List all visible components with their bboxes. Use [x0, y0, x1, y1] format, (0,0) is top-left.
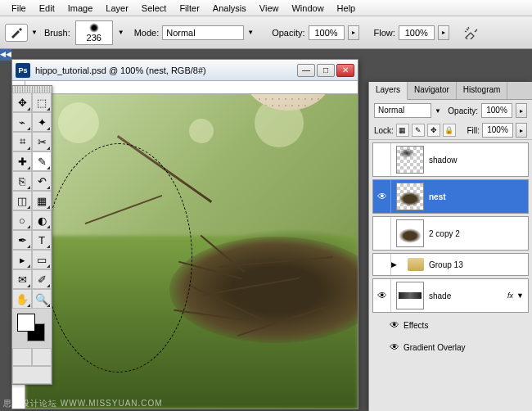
history-brush-tool[interactable]: ↶ — [32, 171, 52, 191]
layer-thumbnail[interactable] — [396, 282, 424, 309]
move-tool[interactable]: ✥ — [12, 93, 32, 112]
menu-file[interactable]: File — [5, 3, 33, 13]
eraser-tool[interactable]: ◫ — [12, 191, 32, 210]
layer-blend-mode-select[interactable]: Normal — [374, 103, 431, 118]
layer-name[interactable]: Group 13 — [429, 260, 528, 269]
menu-layer[interactable]: Layer — [99, 3, 135, 13]
layer-opacity-flyout[interactable]: ▸ — [516, 103, 527, 118]
layer-name[interactable]: shade — [429, 291, 507, 300]
layer-row[interactable]: shadow — [372, 142, 529, 177]
brush-preset-picker[interactable]: 236 — [75, 20, 113, 45]
opacity-input[interactable]: 100% — [309, 25, 345, 40]
layer-group-row[interactable]: ▶ Group 13 — [372, 253, 529, 276]
menu-analysis[interactable]: Analysis — [206, 3, 253, 13]
visibility-toggle[interactable]: 👁 — [385, 337, 404, 357]
document-titlebar[interactable]: Ps hippo_tutorial.psd @ 100% (nest, RGB/… — [12, 60, 358, 81]
type-tool[interactable]: T — [32, 230, 52, 250]
document-window: Ps hippo_tutorial.psd @ 100% (nest, RGB/… — [11, 59, 358, 409]
visibility-toggle[interactable]: 👁 — [373, 279, 391, 312]
menu-bar: File Edit Image Layer Select Filter Anal… — [0, 0, 532, 16]
eyedropper-tool[interactable]: ✐ — [32, 269, 52, 289]
fx-badge[interactable]: fx — [507, 291, 513, 300]
blur-tool[interactable]: ○ — [12, 210, 32, 230]
visibility-toggle[interactable]: 👁 — [385, 315, 404, 335]
marquee-tool[interactable]: ⬚ — [32, 93, 52, 112]
marquee-selection — [45, 143, 192, 373]
tab-layers[interactable]: Layers — [369, 82, 408, 100]
lock-pixels-icon[interactable]: ✎ — [412, 124, 425, 137]
blend-mode-select[interactable]: Normal — [162, 25, 244, 40]
group-expand-icon[interactable]: ▶ — [391, 260, 399, 269]
lasso-tool[interactable]: ⌁ — [12, 112, 32, 132]
lock-transparency-icon[interactable]: ▦ — [396, 124, 409, 137]
egg-object — [243, 94, 333, 111]
layer-thumbnail[interactable] — [396, 183, 424, 210]
layer-row[interactable]: 👁 nest — [372, 179, 529, 214]
healing-tool[interactable]: ✚ — [12, 151, 32, 171]
layer-row[interactable]: 👁 shade fx ▼ — [372, 278, 529, 313]
menu-help[interactable]: Help — [331, 3, 363, 13]
maximize-button[interactable]: □ — [317, 64, 335, 77]
visibility-toggle[interactable] — [373, 143, 391, 176]
layer-name[interactable]: shadow — [429, 156, 528, 165]
hand-tool[interactable]: ✋ — [12, 289, 32, 309]
gradient-tool[interactable]: ▦ — [32, 191, 52, 210]
visibility-toggle[interactable] — [373, 217, 391, 250]
horizontal-ruler[interactable] — [25, 81, 358, 94]
standard-mode-icon[interactable] — [12, 348, 32, 366]
tab-navigator[interactable]: Navigator — [408, 82, 457, 99]
layer-thumbnail[interactable] — [396, 146, 424, 174]
slice-tool[interactable]: ✂ — [32, 132, 52, 151]
menu-image[interactable]: Image — [61, 3, 100, 13]
menu-view[interactable]: View — [253, 3, 286, 13]
quick-mask-icon[interactable] — [32, 348, 52, 366]
magic-wand-tool[interactable]: ✦ — [32, 112, 52, 132]
layer-thumbnail[interactable] — [396, 219, 424, 247]
opacity-flyout[interactable]: ▸ — [348, 25, 359, 40]
dodge-tool[interactable]: ◐ — [32, 210, 52, 230]
collapse-panels-icon[interactable]: ◀◀ — [0, 49, 11, 61]
layer-list: shadow 👁 nest 2 copy 2 ▶ Group 13 👁 — [369, 142, 532, 357]
pen-tool[interactable]: ✒ — [12, 230, 32, 250]
foreground-color[interactable] — [17, 314, 35, 332]
brush-label: Brush: — [44, 28, 70, 38]
nest-object — [169, 237, 358, 343]
tab-histogram[interactable]: Histogram — [457, 82, 508, 99]
current-tool-icon[interactable] — [5, 24, 28, 42]
path-select-tool[interactable]: ▸ — [12, 250, 32, 269]
mode-label: Mode: — [134, 28, 160, 38]
crop-tool[interactable]: ⌗ — [12, 132, 32, 151]
visibility-toggle[interactable]: 👁 — [373, 180, 391, 213]
fill-input[interactable]: 100% — [482, 123, 513, 138]
lock-all-icon[interactable]: 🔒 — [443, 124, 456, 137]
canvas-image — [25, 94, 358, 409]
flow-flyout[interactable]: ▸ — [438, 25, 449, 40]
menu-edit[interactable]: Edit — [33, 3, 61, 13]
canvas[interactable] — [25, 94, 358, 409]
panel-grip[interactable] — [12, 86, 52, 93]
screen-mode-icon[interactable] — [12, 366, 52, 384]
lock-position-icon[interactable]: ✥ — [427, 124, 440, 137]
shape-tool[interactable]: ▭ — [32, 250, 52, 269]
effect-item-row[interactable]: 👁 Gradient Overlay — [385, 337, 529, 357]
visibility-toggle[interactable] — [373, 254, 391, 275]
brush-tool[interactable]: ✎ — [32, 151, 52, 171]
fx-expand-icon[interactable]: ▼ — [516, 291, 525, 300]
stamp-tool[interactable]: ⎘ — [12, 171, 32, 191]
layer-row[interactable]: 2 copy 2 — [372, 216, 529, 251]
notes-tool[interactable]: ✉ — [12, 269, 32, 289]
flow-input[interactable]: 100% — [399, 25, 435, 40]
layer-name[interactable]: 2 copy 2 — [429, 229, 528, 238]
minimize-button[interactable]: — — [297, 64, 315, 77]
layer-opacity-input[interactable]: 100% — [481, 103, 512, 118]
close-button[interactable]: ✕ — [336, 64, 354, 77]
color-swatches[interactable] — [16, 312, 48, 345]
airbrush-icon[interactable] — [461, 24, 484, 42]
menu-window[interactable]: Window — [285, 3, 330, 13]
zoom-tool[interactable]: 🔍 — [32, 289, 52, 309]
layer-name[interactable]: nest — [429, 192, 528, 201]
effects-row[interactable]: 👁 Effects — [385, 315, 529, 335]
menu-filter[interactable]: Filter — [173, 3, 205, 13]
fill-flyout[interactable]: ▸ — [516, 123, 527, 138]
menu-select[interactable]: Select — [135, 3, 174, 13]
